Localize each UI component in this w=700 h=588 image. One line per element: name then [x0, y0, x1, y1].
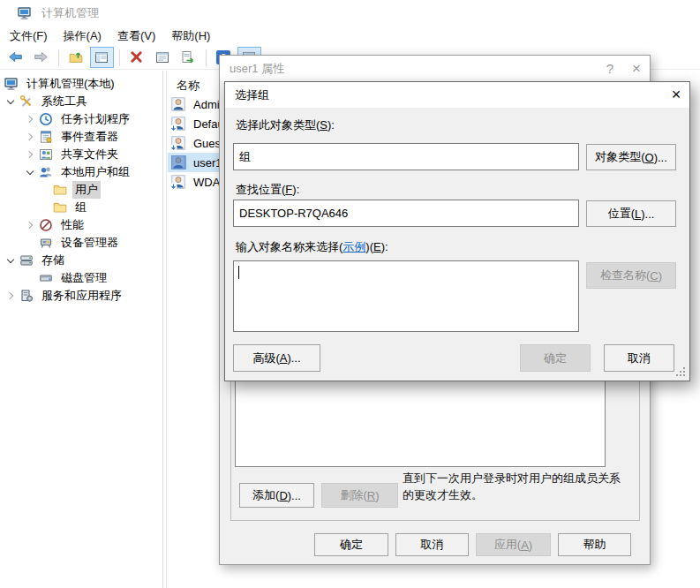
user-icon [171, 97, 186, 111]
expander-spacer [35, 181, 53, 199]
object-type-field[interactable]: 组 [233, 143, 579, 170]
tree-item-groups[interactable]: 组 [0, 199, 162, 216]
tree-item-event-viewer[interactable]: 事件查看器 [0, 128, 162, 146]
object-type-value: 组 [239, 149, 251, 165]
cancel-button[interactable]: 取消 [604, 344, 674, 372]
examples-link[interactable]: 示例 [342, 240, 365, 253]
delete-button[interactable] [125, 47, 149, 68]
window-title: 计算机管理 [41, 5, 99, 21]
chevron-right-icon[interactable] [21, 216, 39, 234]
enter-names-prefix: 输入对象名称来选择( [236, 240, 342, 253]
tree-item-shared-folders[interactable]: 共享文件夹 [0, 146, 162, 163]
select-groups-titlebar[interactable]: 选择组 × [225, 82, 689, 108]
check-names-button[interactable]: 检查名称(C) [586, 262, 676, 289]
tree-item-users[interactable]: 用户 [0, 181, 162, 199]
apply-button[interactable]: 应用(A) [476, 533, 551, 556]
enter-names-suffix: )(E): [365, 240, 388, 253]
down-arrow-badge-icon [169, 144, 177, 152]
object-names-input[interactable] [233, 260, 579, 332]
dialog-close-button[interactable]: × [623, 56, 650, 81]
locations-button[interactable]: 位置(L)... [586, 200, 676, 227]
text-caret [238, 266, 239, 279]
advanced-button[interactable]: 高级(A)... [233, 344, 320, 372]
chevron-down-icon[interactable] [21, 163, 39, 181]
toolbar-separator [58, 49, 59, 66]
expander-spacer [35, 199, 53, 216]
window-titlebar[interactable]: 计算机管理 [0, 0, 700, 26]
list-item-guest[interactable]: Gues [168, 133, 226, 153]
performance-icon [39, 218, 54, 232]
down-arrow-badge-icon [169, 183, 177, 191]
tree-item-performance[interactable]: 性能 [0, 216, 162, 234]
show-console-tree-button[interactable] [90, 47, 114, 68]
ok-button[interactable]: 确定 [314, 533, 388, 556]
disk-icon [39, 271, 54, 285]
properties-dialog-titlebar[interactable]: user1 属性 ? × [220, 56, 650, 81]
chevron-down-icon[interactable] [2, 252, 19, 269]
dialog-close-button[interactable]: × [663, 82, 689, 108]
tree-item-computer-management[interactable]: 计算机管理(本地) [0, 75, 162, 93]
user-disabled-icon [171, 175, 186, 189]
back-icon [8, 50, 23, 64]
tree-item-disk-management[interactable]: 磁盘管理 [0, 269, 162, 287]
tree-item-device-manager[interactable]: 设备管理器 [0, 234, 162, 252]
computer-icon [4, 77, 19, 91]
expander-spacer [21, 234, 39, 252]
down-arrow-badge-icon [169, 124, 177, 132]
console-tree: 计算机管理(本地) 系统工具 任务计划程序 事件查看器 共享文件夹 本地用户和组 [0, 75, 162, 305]
list-item-label: WDA [193, 176, 220, 189]
tree-item-task-scheduler[interactable]: 任务计划程序 [0, 110, 162, 128]
export-list-icon [181, 50, 196, 64]
help-button[interactable]: 帮助 [558, 533, 631, 556]
forward-button[interactable] [29, 47, 53, 68]
services-icon [19, 289, 34, 303]
remove-button[interactable]: 删除(R) [321, 483, 398, 508]
tree-item-services-and-applications[interactable]: 服务和应用程序 [0, 287, 162, 305]
toolbar-separator [206, 49, 207, 66]
list-item-label: user1 [193, 156, 222, 170]
dialog-help-button[interactable]: ? [597, 56, 623, 81]
up-folder-button[interactable] [64, 47, 88, 68]
delete-icon [130, 50, 145, 64]
location-label: 查找位置(F): [236, 182, 299, 198]
ok-button[interactable]: 确定 [520, 344, 591, 372]
membership-note: 直到下一次用户登录时对用户的组成员关系的更改才生效。 [403, 470, 627, 503]
location-field[interactable]: DESKTOP-R7QA646 [233, 200, 579, 227]
menu-action[interactable]: 操作(A) [56, 26, 109, 46]
up-folder-icon [69, 50, 84, 64]
export-list-button[interactable] [177, 47, 200, 68]
shared-folder-icon [39, 147, 54, 162]
list-item-label: Admi [193, 98, 220, 111]
back-button[interactable] [4, 47, 27, 68]
list-item-administrator[interactable]: Admi [168, 94, 225, 114]
object-type-label: 选择此对象类型(S): [236, 117, 335, 133]
menu-bar: 文件(F) 操作(A) 查看(V) 帮助(H) [0, 26, 700, 46]
panel-divider[interactable] [162, 71, 163, 588]
menu-help[interactable]: 帮助(H) [163, 26, 218, 46]
properties-icon [155, 50, 170, 64]
computer-icon [18, 6, 33, 20]
cancel-button[interactable]: 取消 [395, 533, 469, 556]
menu-file[interactable]: 文件(F) [2, 26, 56, 46]
chevron-right-icon[interactable] [21, 128, 39, 146]
chevron-right-icon[interactable] [21, 110, 39, 128]
menu-view[interactable]: 查看(V) [109, 26, 163, 46]
add-button[interactable]: 添加(D)... [239, 483, 314, 508]
object-types-button[interactable]: 对象类型(O)... [586, 144, 676, 170]
select-groups-title: 选择组 [235, 87, 663, 103]
expander-spacer [21, 269, 39, 287]
tree-item-local-users-and-groups[interactable]: 本地用户和组 [0, 163, 162, 181]
tree-item-storage[interactable]: 存储 [0, 252, 162, 269]
tree-item-system-tools[interactable]: 系统工具 [0, 93, 162, 110]
clock-icon [39, 112, 54, 126]
chevron-right-icon[interactable] [2, 287, 19, 305]
list-item-wdagutilityaccount[interactable]: WDA [168, 172, 225, 192]
chevron-right-icon[interactable] [21, 146, 39, 163]
chevron-down-icon[interactable] [2, 93, 19, 110]
properties-button[interactable] [151, 47, 175, 68]
selection-overlay [171, 155, 186, 170]
storage-icon [19, 253, 34, 268]
resize-grip[interactable] [676, 367, 685, 376]
properties-dialog-title: user1 属性 [230, 61, 597, 77]
device-manager-icon [39, 236, 54, 250]
